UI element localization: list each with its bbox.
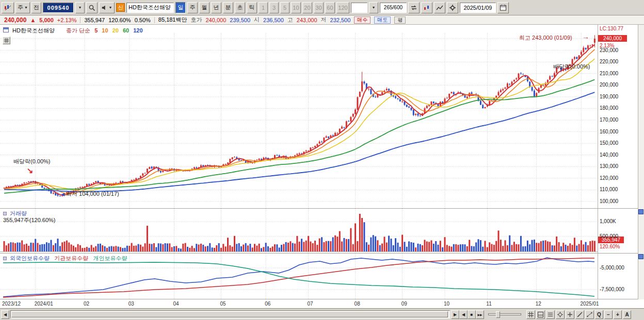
- price-chart[interactable]: [0, 25, 598, 208]
- price-axis-label: 110,000: [600, 187, 618, 192]
- frame-glyph: [538, 312, 543, 317]
- chevron-down-icon: ▼: [108, 6, 112, 9]
- current-price: 240,000: [4, 16, 26, 24]
- divider: [154, 17, 155, 23]
- calendar-icon[interactable]: [497, 2, 509, 13]
- volume-chart[interactable]: [0, 209, 598, 253]
- xaxis-label: 03: [128, 301, 134, 307]
- zoom-in-button[interactable]: +: [614, 310, 622, 319]
- stop-button[interactable]: ■: [468, 310, 476, 319]
- period-week-button[interactable]: 주: [187, 2, 198, 13]
- week-mode-label: 주: [18, 4, 23, 11]
- minute-3-button[interactable]: 3: [269, 2, 279, 13]
- ruler-icon[interactable]: [575, 310, 584, 319]
- xaxis-row: 2023/122024/0102030405060708091011122025…: [0, 299, 644, 308]
- chart-scrollbar[interactable]: [10, 310, 450, 318]
- quote-amount: 85,181백만: [158, 16, 187, 24]
- xaxis-label: 09: [401, 301, 407, 307]
- new-chart-icon[interactable]: [421, 2, 432, 13]
- sound-alert-icon[interactable]: ▼: [99, 2, 115, 13]
- holdings-axis-label: -7,500,000: [600, 287, 624, 292]
- buy-button[interactable]: 매수: [354, 16, 371, 24]
- trendline-icon[interactable]: [585, 310, 594, 319]
- play-button[interactable]: ▶: [451, 310, 459, 319]
- compare-chart-icon[interactable]: [408, 2, 420, 13]
- value-inspect-button[interactable]: [3, 37, 10, 44]
- stock-name-field[interactable]: HD한국조선해양: [126, 3, 174, 13]
- low-price: 232,500: [330, 17, 351, 23]
- grid-glyph: [4, 38, 9, 43]
- cross-glyph: [567, 312, 573, 317]
- minute-120-button[interactable]: 120: [336, 2, 349, 13]
- arrows-swap-glyph: [410, 4, 417, 11]
- price-axis-label: 150,000: [600, 140, 618, 146]
- period-day-button[interactable]: 일: [175, 2, 186, 13]
- stock-code-input[interactable]: 009540: [43, 3, 74, 13]
- pane-divider[interactable]: [0, 208, 638, 209]
- holdings-chart[interactable]: [0, 254, 598, 299]
- chart-settings-icon[interactable]: [434, 2, 445, 13]
- price-axis-label: 130,000: [600, 163, 618, 169]
- price-axis-label: 220,000: [600, 59, 618, 64]
- gear-glyph: [449, 4, 456, 11]
- period-year-button[interactable]: 년: [211, 2, 221, 13]
- period-second-button[interactable]: 초: [235, 2, 245, 13]
- bid-price: 239,500: [230, 17, 250, 23]
- price-change: 5,000: [39, 17, 54, 23]
- zoom-q-button[interactable]: Q: [595, 310, 603, 319]
- period-tick-button[interactable]: 틱: [247, 2, 257, 13]
- chevron-down-icon: ▼: [24, 6, 28, 9]
- xaxis-label: 04: [173, 301, 179, 307]
- fast-forward-button[interactable]: ▶▶: [476, 310, 484, 319]
- minute-10-button[interactable]: 10: [291, 2, 301, 13]
- code-dropdown-icon[interactable]: ▼: [75, 2, 85, 13]
- chart-tools-icon[interactable]: [2, 2, 14, 13]
- zoom-out-button[interactable]: −: [604, 310, 613, 319]
- minute-5-button[interactable]: 5: [280, 2, 289, 13]
- grid-toggle-icon[interactable]: [526, 310, 535, 319]
- speed-slider-thumb[interactable]: [496, 311, 500, 318]
- price-axis-label: 200,000: [600, 82, 618, 88]
- frame-layout-icon[interactable]: [536, 310, 545, 319]
- period-minute-button[interactable]: 분: [223, 2, 233, 13]
- minute-20-button[interactable]: 20: [302, 2, 312, 13]
- cross-tool-icon[interactable]: [566, 310, 574, 319]
- high-price: 243,000: [297, 17, 317, 23]
- crosshair-icon[interactable]: [556, 310, 565, 319]
- price-axis-label: 210,000: [600, 71, 618, 76]
- settings-gear-icon[interactable]: [447, 2, 458, 13]
- low-label: 저: [321, 16, 327, 24]
- search-icon[interactable]: [86, 2, 98, 13]
- avg-button[interactable]: 평: [394, 16, 406, 24]
- sell-button[interactable]: 매도: [374, 16, 391, 24]
- main-toolbar: 주▼ 전 009540 ▼ ▼ 신 HD한국조선해양 일 주 월 년 분 초 틱…: [0, 0, 644, 15]
- value-list-icon[interactable]: [546, 310, 555, 319]
- xaxis-label: 2024/01: [35, 301, 53, 307]
- period-month-button[interactable]: 월: [199, 2, 210, 13]
- minute-1-button[interactable]: 1: [259, 2, 268, 13]
- prev-stock-button[interactable]: 전: [31, 2, 41, 13]
- date-value: 2025/01/09: [463, 5, 492, 11]
- volume-pct-axis-label: 120.60%: [600, 244, 620, 249]
- date-input[interactable]: 2025/01/09: [460, 3, 496, 13]
- price-axis-label: 180,000: [600, 105, 618, 111]
- divider: [80, 17, 81, 23]
- scrollbar-thumb[interactable]: [11, 311, 448, 317]
- xaxis-label: 12: [536, 301, 541, 307]
- minute-60-button[interactable]: 60: [325, 2, 335, 13]
- price-axis-label: 120,000: [600, 175, 618, 181]
- custom-minute-combo[interactable]: [351, 3, 367, 13]
- scroll-left-button[interactable]: ◀: [1, 310, 9, 319]
- ruler-glyph: [577, 312, 583, 317]
- pane-divider[interactable]: [0, 253, 638, 254]
- week-mode-dropdown[interactable]: 주▼: [15, 2, 30, 13]
- quote-volume: 355,947: [84, 17, 105, 23]
- speed-slider[interactable]: [488, 313, 521, 315]
- price-axis-label: 170,000: [600, 117, 618, 123]
- price-change-pct: +2.13%: [57, 17, 77, 23]
- xaxis-label: 2023/12: [2, 301, 21, 307]
- zoom-auto-button[interactable]: A: [623, 310, 631, 319]
- combo-dropdown-icon[interactable]: ▼: [369, 2, 378, 13]
- step-back-button[interactable]: ◀: [459, 310, 468, 319]
- minute-30-button[interactable]: 30: [314, 2, 324, 13]
